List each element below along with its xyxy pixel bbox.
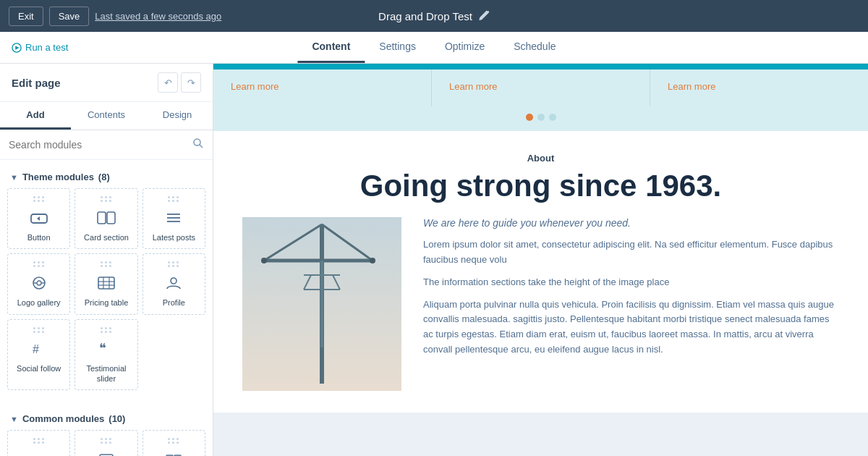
svg-rect-4 <box>98 212 106 224</box>
sidebar-tab-add[interactable]: Add <box>0 102 71 130</box>
module-card-latest-posts[interactable]: Latest posts <box>142 188 205 249</box>
theme-modules-label: Theme modules <box>22 172 94 182</box>
common-modules-count: (10) <box>109 413 125 424</box>
carousel-col-3: Learn more <box>650 69 868 106</box>
chevron-down-icon: ▼ <box>10 173 18 182</box>
social-follow-module-icon: # <box>30 339 48 359</box>
testimonial-slider-module-icon: ❝ <box>97 339 116 359</box>
common-module-card-1[interactable] <box>7 430 70 456</box>
tab-optimize[interactable]: Optimize <box>430 32 499 63</box>
theme-modules-grid: Button Card section <box>0 188 213 394</box>
module-card-pricing-table[interactable]: Pricing table <box>75 253 137 314</box>
common-module-card-3[interactable] <box>142 430 205 456</box>
about-body-row: We are here to guide you whenever you ne… <box>242 217 839 391</box>
profile-module-icon <box>164 273 183 293</box>
svg-text:#: # <box>33 343 39 355</box>
dot-2[interactable] <box>537 114 545 121</box>
pricing-table-module-label: Pricing table <box>85 297 129 308</box>
save-button[interactable]: Save <box>49 7 90 26</box>
pricing-table-module-icon <box>97 273 116 293</box>
sidebar-header: Edit page ↶ ↷ <box>0 64 213 102</box>
common-module-icon-2 <box>97 449 116 456</box>
dot-3[interactable] <box>549 114 556 121</box>
logo-gallery-module-label: Logo gallery <box>17 297 61 308</box>
main-preview: Learn more Learn more Learn more <box>213 64 868 456</box>
exit-button[interactable]: Exit <box>9 7 43 26</box>
dot-1[interactable] <box>526 114 533 121</box>
about-label: About <box>242 153 839 164</box>
theme-modules-group: ▼ Theme modules (8) Button <box>0 160 213 402</box>
about-para-1: Lorem ipsum dolor sit amet, consectetur … <box>423 237 839 268</box>
topbar: Exit Save Last saved a few seconds ago D… <box>0 0 868 32</box>
svg-point-39 <box>370 258 375 263</box>
main-tabs: Content Settings Optimize Schedule <box>297 32 570 63</box>
sidebar-tabs: Add Contents Design <box>0 102 213 130</box>
common-modules-label: Common modules <box>22 413 104 424</box>
latest-posts-module-label: Latest posts <box>153 232 195 242</box>
carousel-col-1: Learn more <box>213 69 432 106</box>
tab-content[interactable]: Content <box>297 32 365 63</box>
undo-redo-group: ↶ ↷ <box>158 72 201 93</box>
sidebar-tab-design[interactable]: Design <box>142 102 213 130</box>
about-italic-text: We are here to guide you whenever you ne… <box>423 217 839 229</box>
common-module-card-2[interactable] <box>75 430 137 456</box>
profile-module-label: Profile <box>163 297 185 308</box>
common-module-icon-1 <box>30 449 48 456</box>
about-header: About Going strong since 1963. <box>242 153 839 203</box>
chevron-down-icon-2: ▼ <box>10 415 18 423</box>
common-modules-grid <box>0 430 213 456</box>
sidebar-edit-page-title: Edit page <box>12 77 61 89</box>
svg-point-18 <box>171 278 176 284</box>
about-heading: Going strong since 1963. <box>242 169 839 203</box>
common-modules-group: ▼ Common modules (10) <box>0 402 213 456</box>
svg-point-1 <box>194 139 200 145</box>
button-module-label: Button <box>27 232 51 242</box>
module-card-social-follow[interactable]: # Social follow <box>7 319 70 391</box>
card-section-module-icon <box>97 208 116 228</box>
module-card-logo-gallery[interactable]: Logo gallery <box>7 253 70 314</box>
edit-icon[interactable] <box>478 10 490 22</box>
button-module-icon <box>30 208 48 228</box>
svg-rect-13 <box>98 277 114 289</box>
card-section-module-label: Card section <box>84 232 129 242</box>
sidebar-tab-contents[interactable]: Contents <box>71 102 142 130</box>
tab-schedule[interactable]: Schedule <box>499 32 570 63</box>
run-test-icon <box>12 43 22 53</box>
latest-posts-module-icon <box>164 208 183 228</box>
svg-line-2 <box>200 145 203 148</box>
module-card-profile[interactable]: Profile <box>142 253 205 314</box>
about-para-2: The information sections take the height… <box>423 275 839 290</box>
run-test-button[interactable]: Run a test <box>12 42 68 53</box>
undo-button[interactable]: ↶ <box>158 72 178 93</box>
layout: « Edit page ↶ ↷ Add Contents Design <box>0 64 868 456</box>
sidebar: « Edit page ↶ ↷ Add Contents Design <box>0 64 213 456</box>
page-title: Drag and Drop Test <box>378 10 490 22</box>
learn-more-link-2[interactable]: Learn more <box>449 81 632 92</box>
common-modules-header[interactable]: ▼ Common modules (10) <box>0 409 213 430</box>
search-bar <box>0 130 213 160</box>
learn-more-link-1[interactable]: Learn more <box>231 81 414 92</box>
carousel-section: Learn more Learn more Learn more <box>213 64 868 131</box>
theme-modules-header[interactable]: ▼ Theme modules (8) <box>0 167 213 188</box>
module-card-card-section[interactable]: Card section <box>75 188 137 249</box>
learn-more-link-3[interactable]: Learn more <box>668 81 851 92</box>
carousel-columns: Learn more Learn more Learn more <box>213 67 868 106</box>
about-image <box>242 217 401 391</box>
search-input[interactable] <box>9 139 188 151</box>
tab-settings[interactable]: Settings <box>365 32 430 63</box>
social-follow-module-label: Social follow <box>17 363 61 373</box>
svg-text:❝: ❝ <box>99 341 106 355</box>
svg-rect-5 <box>107 212 115 224</box>
about-para-3: Aliquam porta pulvinar nulla quis vehicu… <box>423 297 839 358</box>
svg-point-10 <box>37 281 41 285</box>
svg-point-38 <box>261 258 267 263</box>
redo-button[interactable]: ↷ <box>181 72 201 93</box>
module-card-button[interactable]: Button <box>7 188 70 249</box>
search-icon[interactable] <box>192 138 204 152</box>
carousel-col-2: Learn more <box>432 69 650 106</box>
secondbar: Run a test Content Settings Optimize Sch… <box>0 32 868 64</box>
logo-gallery-module-icon <box>30 273 48 293</box>
last-saved: Last saved a few seconds ago <box>95 11 221 22</box>
theme-modules-count: (8) <box>98 172 110 182</box>
module-card-testimonial-slider[interactable]: ❝ Testimonial slider <box>75 319 137 391</box>
